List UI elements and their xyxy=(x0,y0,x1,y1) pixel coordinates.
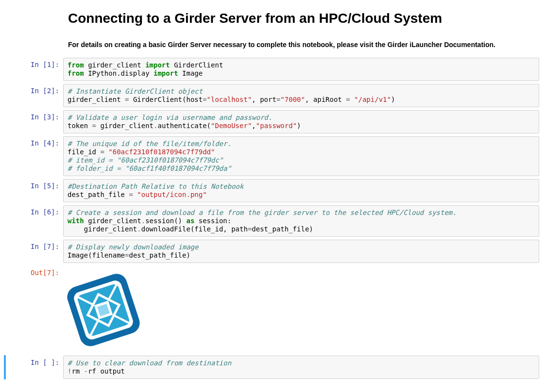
code: # Display newly downloaded image Image(f… xyxy=(68,243,535,260)
input-prompt: In [5]: xyxy=(0,179,63,190)
code: #Destination Path Relative to this Noteb… xyxy=(68,182,535,199)
input-prompt: In [1]: xyxy=(0,58,63,68)
title-cell: Connecting to a Girder Server from an HP… xyxy=(0,11,546,26)
code-cell-3[interactable]: In [3]: # Validate a user login via user… xyxy=(0,110,546,134)
code-input[interactable]: from girder_client import GirderClient f… xyxy=(63,58,539,81)
code: from girder_client import GirderClient f… xyxy=(68,61,535,78)
code-cell-8[interactable]: In [ ]: # Use to clear download from des… xyxy=(7,355,546,379)
input-prompt: In [7]: xyxy=(0,240,63,250)
code-input[interactable]: # The unique id of the file/item/folder.… xyxy=(63,136,539,176)
input-prompt: In [ ]: xyxy=(7,356,63,366)
code: # Validate a user login via username and… xyxy=(68,114,535,130)
code: # Use to clear download from destination… xyxy=(68,359,535,376)
output-cell-7: Out[7]: xyxy=(0,265,546,353)
code-input[interactable]: #Destination Path Relative to this Noteb… xyxy=(63,179,539,202)
image-output xyxy=(63,266,539,353)
input-prompt: In [2]: xyxy=(0,84,63,95)
girder-logo-icon xyxy=(62,269,145,351)
page-title: Connecting to a Girder Server from an HP… xyxy=(68,11,539,26)
code-input[interactable]: # Instantiate GirderClient object girder… xyxy=(63,84,539,107)
code: # The unique id of the file/item/folder.… xyxy=(68,140,535,173)
code-cell-2[interactable]: In [2]: # Instantiate GirderClient objec… xyxy=(0,83,546,108)
code-input[interactable]: # Display newly downloaded image Image(f… xyxy=(63,240,539,263)
subtitle-cell: For details on creating a basic Girder S… xyxy=(0,41,546,49)
code-cell-1[interactable]: In [1]: from girder_client import Girder… xyxy=(0,57,546,82)
code-cell-4[interactable]: In [4]: # The unique id of the file/item… xyxy=(0,136,546,177)
notebook-container: Connecting to a Girder Server from an HP… xyxy=(0,0,546,391)
selected-cell-indicator: In [ ]: # Use to clear download from des… xyxy=(4,355,546,379)
code: # Create a session and download a file f… xyxy=(68,209,535,233)
code-input[interactable]: # Create a session and download a file f… xyxy=(63,205,539,237)
code-input[interactable]: # Validate a user login via username and… xyxy=(63,110,539,133)
input-prompt: In [3]: xyxy=(0,110,63,121)
code-cell-7[interactable]: In [7]: # Display newly downloaded image… xyxy=(0,239,546,263)
code-input[interactable]: # Use to clear download from destination… xyxy=(63,356,539,379)
input-prompt: In [6]: xyxy=(0,205,63,216)
input-prompt: In [4]: xyxy=(0,136,63,147)
code-cell-5[interactable]: In [5]: #Destination Path Relative to th… xyxy=(0,179,546,203)
code: # Instantiate GirderClient object girder… xyxy=(68,87,535,104)
code-cell-6[interactable]: In [6]: # Create a session and download … xyxy=(0,205,546,237)
subtitle-text: For details on creating a basic Girder S… xyxy=(68,41,539,49)
output-prompt: Out[7]: xyxy=(0,266,63,277)
